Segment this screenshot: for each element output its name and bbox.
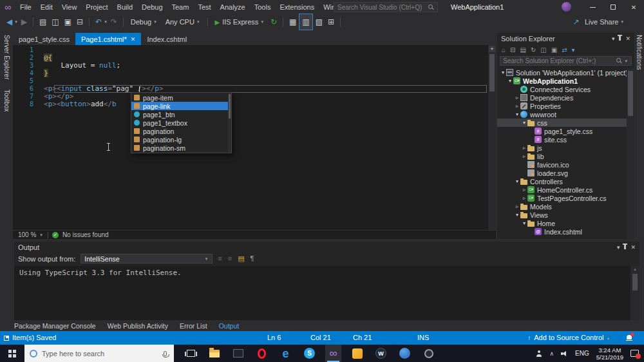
menu-test[interactable]: Test — [193, 0, 215, 14]
visual-studio-icon[interactable] — [325, 345, 341, 362]
menu-build[interactable]: Build — [113, 0, 137, 14]
completion-scrollbar[interactable] — [228, 93, 231, 153]
taskbar-search-box[interactable] — [24, 345, 174, 362]
completion-pagination-sm[interactable]: pagination-sm — [131, 144, 231, 152]
chevron-collapsed-icon[interactable]: ▹ — [521, 195, 527, 201]
code-line-4[interactable]: 4} — [13, 70, 496, 77]
menu-view[interactable]: View — [57, 0, 82, 14]
gray-ring-app-icon[interactable] — [421, 345, 437, 362]
next-message-icon[interactable]: ≡ — [228, 254, 232, 263]
completion-page-item[interactable]: page-item — [131, 93, 231, 102]
chevron-down-icon[interactable]: ▾ — [104, 19, 107, 24]
chevron-collapsed-icon[interactable]: ▹ — [514, 204, 520, 209]
toolbox-tab[interactable]: Toolbox — [3, 90, 10, 111]
code-line-1[interactable]: 1 — [13, 46, 496, 54]
minimize-button[interactable] — [582, 0, 603, 14]
tab-index-cshtml[interactable]: Index.cshtml — [141, 33, 193, 45]
tree-item-properties[interactable]: ▹Properties — [497, 102, 627, 110]
quick-search-box[interactable] — [334, 2, 438, 12]
panel-tab-package-manager-console[interactable]: Package Manager Console — [14, 322, 96, 330]
editor-scrollbar[interactable]: + — [488, 45, 496, 230]
zoom-level-dropdown[interactable]: 100 % — [18, 231, 36, 238]
solution-search-input[interactable] — [503, 57, 614, 64]
console-app-icon[interactable] — [230, 345, 246, 362]
code-editor[interactable]: 12@{3 Layout = null;4}56<p><input class=… — [13, 45, 496, 230]
yellow-app-icon[interactable] — [349, 345, 365, 362]
task-view-button[interactable] — [183, 345, 198, 362]
panel-tab-output[interactable]: Output — [219, 322, 240, 330]
chevron-expanded-icon[interactable]: ▾ — [521, 220, 527, 226]
close-icon[interactable]: ✕ — [630, 244, 636, 251]
tree-item-favicon-ico[interactable]: favicon.ico — [497, 160, 627, 169]
navigate-forward-icon[interactable]: ▶ — [19, 14, 30, 30]
chevron-collapsed-icon[interactable]: ▹ — [521, 145, 527, 151]
save-icon[interactable]: ▣ — [62, 14, 74, 30]
output-source-dropdown[interactable]: IntelliSense ▾ — [80, 254, 213, 263]
tree-item-homecontroller-cs[interactable]: ▹HomeController.cs — [497, 186, 627, 194]
code-line-8[interactable]: 8<p><button>add</b — [13, 100, 496, 108]
server-explorer-tab[interactable]: Server Explorer — [3, 35, 10, 79]
w-app-icon[interactable] — [373, 345, 389, 362]
taskbar-clock[interactable]: 3:24 AM 5/21/2019 — [596, 347, 623, 361]
output-log[interactable]: Using TypeScript 3.3 for IntelliSense. — [14, 266, 630, 320]
comment-icon[interactable]: ▧ — [313, 14, 325, 30]
se-show-all-files-icon[interactable]: ◫ — [540, 46, 546, 53]
menu-project[interactable]: Project — [81, 0, 112, 14]
live-share-button[interactable]: ↗ Live Share ▾ — [571, 14, 625, 30]
output-scrollbar[interactable]: ▴ — [630, 266, 639, 320]
tab-page1-style-css[interactable]: page1_style.css — [13, 33, 75, 45]
scrollbar-thumb[interactable] — [489, 54, 495, 91]
pin-icon[interactable] — [619, 36, 621, 41]
se-sync-active-document-icon[interactable]: ⇄ — [562, 46, 567, 53]
tree-item-solution-webapplication1-1-project[interactable]: ▾Solution 'WebApplication1' (1 project) — [497, 68, 627, 77]
taskbar-search-input[interactable] — [42, 350, 159, 357]
chevron-expanded-icon[interactable]: ▾ — [507, 78, 513, 84]
tree-item-webapplication1[interactable]: ▾WebApplication1 — [497, 77, 627, 85]
notifications-bell-icon[interactable] — [626, 334, 632, 341]
people-icon[interactable] — [536, 350, 542, 357]
chevron-expanded-icon[interactable]: ▾ — [500, 70, 506, 75]
bookmark-icon[interactable]: ⊞ — [325, 14, 337, 30]
chevron-down-icon[interactable]: ▾ — [625, 59, 627, 64]
solution-explorer-scrollbar[interactable] — [627, 68, 634, 239]
menu-edit[interactable]: Edit — [36, 0, 57, 14]
volume-icon[interactable] — [561, 350, 568, 357]
close-icon[interactable]: ✕ — [625, 35, 630, 42]
scrollbar-thumb[interactable] — [632, 274, 638, 291]
completion-page1-btn[interactable]: page1_btn — [131, 110, 231, 119]
tree-item-wwwroot[interactable]: ▾wwwroot — [497, 110, 627, 119]
code-line-3[interactable]: 3 Layout = null; — [13, 62, 496, 70]
navigate-back-icon[interactable]: ◀ — [4, 14, 15, 30]
solution-search-box[interactable]: ▾ — [500, 56, 632, 66]
se-refresh-icon[interactable]: ↻ — [531, 46, 536, 53]
scroll-up-icon[interactable]: ▴ — [634, 266, 636, 272]
edge-icon[interactable] — [278, 345, 294, 362]
tree-item-connected-services[interactable]: Connected Services — [497, 85, 627, 93]
code-line-6[interactable]: 6<p><input class="pag" /></p> — [13, 85, 496, 93]
menu-extensions[interactable]: Extensions — [275, 0, 319, 14]
panel-tab-error-list[interactable]: Error List — [180, 322, 207, 330]
menu-debug[interactable]: Debug — [137, 0, 167, 14]
build-icon[interactable]: ▦ — [287, 14, 299, 30]
chevron-expanded-icon[interactable]: ▾ — [514, 111, 520, 117]
scrollbar-thumb[interactable] — [628, 71, 633, 116]
chevron-expanded-icon[interactable]: ▾ — [514, 212, 520, 218]
user-avatar[interactable] — [562, 2, 571, 12]
tree-item-js[interactable]: ▹js — [497, 144, 627, 152]
undo-icon[interactable]: ↶ — [93, 14, 104, 30]
quick-search-input[interactable] — [337, 4, 428, 11]
completion-page-link[interactable]: page-link — [131, 102, 231, 110]
completion-pagination-lg[interactable]: pagination-lg — [131, 135, 231, 144]
start-button[interactable] — [0, 345, 24, 362]
tree-item-site-css[interactable]: site.css — [497, 135, 627, 144]
scrollbar-thumb[interactable] — [229, 94, 231, 119]
clear-all-icon[interactable]: ▤ — [238, 254, 244, 263]
close-icon[interactable]: ✕ — [131, 36, 136, 43]
chevron-down-icon[interactable]: ▾ — [15, 19, 17, 24]
chevron-collapsed-icon[interactable]: ▹ — [521, 153, 527, 159]
chevron-expanded-icon[interactable]: ▾ — [521, 120, 527, 126]
menu-tools[interactable]: Tools — [250, 0, 276, 14]
start-debugging-button[interactable]: ▶ IIS Express ▾ — [211, 18, 267, 26]
opera-icon[interactable] — [254, 345, 270, 362]
se-collapse-all-icon[interactable]: ⊟ — [510, 46, 515, 53]
